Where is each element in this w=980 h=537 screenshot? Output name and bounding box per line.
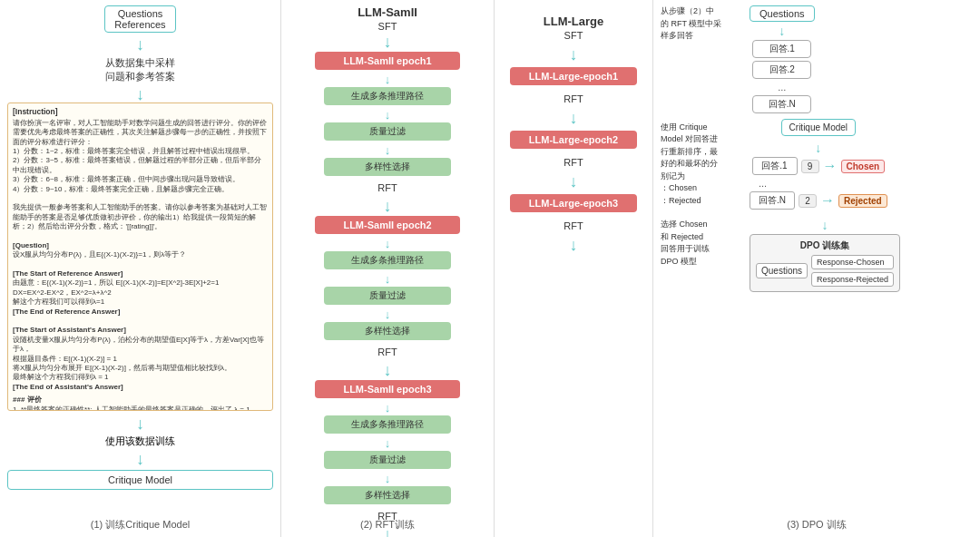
section2-sft: SFT bbox=[378, 21, 397, 32]
arrow-e1-1: ↓ bbox=[385, 73, 391, 85]
arrow-e1-3: ↓ bbox=[385, 144, 391, 156]
epoch1-header: LLM-SamII epoch1 bbox=[315, 52, 460, 70]
llm-large-epoch2: LLM-Large-epoch2 bbox=[510, 131, 637, 149]
instruction-title: [Instruction] bbox=[13, 107, 268, 117]
rft-s3-3: RFT bbox=[564, 220, 583, 231]
critique-resp-1: 回答.1 bbox=[752, 157, 798, 175]
arrow-down-2: ↓ bbox=[136, 86, 144, 103]
step-generate-1: 生成多条推理路径 bbox=[324, 87, 451, 105]
section1-label: (1) 训练Critique Model bbox=[0, 518, 280, 532]
resp-item-1: 回答.1 bbox=[752, 40, 811, 58]
score-9: 9 bbox=[801, 160, 819, 173]
arrow-e3-3: ↓ bbox=[385, 473, 391, 484]
critique-model-label-s1: Critique Model bbox=[108, 474, 172, 485]
step-generate-3: 生成多条推理路径 bbox=[324, 415, 451, 434]
sample-text: 从数据集中采样 问题和参考答案 bbox=[105, 56, 175, 83]
questions-box-s4: Questions bbox=[750, 5, 815, 22]
dpo-desc: 选择 Chosen和 Rejected回答用于训练DPO 模型 bbox=[661, 219, 742, 268]
rft-s3-2: RFT bbox=[564, 157, 583, 168]
arrow-e2-2: ↓ bbox=[385, 273, 391, 285]
score-2: 2 bbox=[799, 194, 817, 208]
critique-model-box-s1: Critique Model bbox=[7, 470, 273, 490]
questions-references-box: Questions References bbox=[104, 5, 175, 33]
critique-dots: ... bbox=[759, 178, 767, 189]
arrow-down-4: ↓ bbox=[136, 451, 144, 467]
llm-large-epoch3: LLM-Large-epoch3 bbox=[510, 194, 637, 212]
resp-item-2: 回答.2 bbox=[752, 61, 811, 79]
arrow-e2-1: ↓ bbox=[385, 238, 391, 249]
arrow-dpo-down: ↓ bbox=[822, 219, 828, 231]
arrow-s3-1: ↓ bbox=[570, 110, 578, 126]
section2-label: (2) RFT训练 bbox=[281, 518, 494, 532]
step-diversity-2: 多样性选择 bbox=[324, 322, 451, 340]
arrow-s3-0: ↓ bbox=[570, 46, 578, 63]
arrow-s2-1: ↓ bbox=[384, 34, 392, 50]
arrow-e2-3: ↓ bbox=[385, 308, 391, 320]
epoch3-header: LLM-SamII epoch3 bbox=[315, 380, 460, 398]
critique-desc: 使用 CritiqueModel 对回答进行重新排序，最好的和最坏的分别记为：C… bbox=[661, 122, 742, 208]
use-data-text: 使用该数据训练 bbox=[105, 434, 175, 448]
step-filter-3: 质量过滤 bbox=[324, 451, 451, 469]
section3-llm-large: LLM-Large SFT ↓ LLM-Large-epoch1 RFT ↓ L… bbox=[495, 0, 653, 537]
step-diversity-3: 多样性选择 bbox=[324, 486, 451, 504]
section4-dpo-training: 从步骤（2）中的 RFT 模型中采样多回答 Questions ↓ 回答.1 回… bbox=[653, 0, 980, 537]
arrow-down-3: ↓ bbox=[136, 415, 144, 432]
resp-item-n: 回答.N bbox=[752, 95, 811, 113]
arrow-s3-3: ↓ bbox=[570, 237, 578, 253]
llm-large-epoch1: LLM-Large-epoch1 bbox=[510, 67, 637, 85]
step-generate-2: 生成多条推理路径 bbox=[324, 251, 451, 269]
arrow-s3-2: ↓ bbox=[570, 173, 578, 190]
critique-resp-n: 回答.N bbox=[750, 191, 795, 210]
section3-title: LLM-Large bbox=[544, 15, 603, 28]
arrow-rn: → bbox=[820, 192, 835, 209]
step-filter-2: 质量过滤 bbox=[324, 287, 451, 305]
chosen-badge: Chosen bbox=[841, 160, 886, 173]
main-diagram: Questions References ↓ 从数据集中采样 问题和参考答案 ↓… bbox=[0, 0, 980, 537]
dpo-title: DPO 训练集 bbox=[756, 239, 894, 252]
arrow-q-s4: ↓ bbox=[779, 24, 785, 37]
arrow-e3-1: ↓ bbox=[385, 402, 391, 414]
rejected-badge: Rejected bbox=[838, 194, 887, 208]
rft-label-1: RFT bbox=[377, 182, 397, 193]
dpo-resp-rejected: Response-Rejected bbox=[811, 272, 894, 287]
step2-desc: 从步骤（2）中的 RFT 模型中采样多回答 bbox=[661, 5, 742, 43]
dpo-training-set: DPO 训练集 Questions Response-Chosen Respon… bbox=[750, 234, 900, 292]
rft-label-2: RFT bbox=[377, 347, 397, 357]
arrow-rft-2: ↓ bbox=[384, 362, 392, 378]
instruction-body: 请你扮演一名评审，对人工智能助手对数学问题生成的回答进行评分。你的评价需要优先考… bbox=[13, 119, 268, 392]
arrow-critique-down: ↓ bbox=[815, 142, 821, 154]
section2-title: LLM-SamII bbox=[358, 5, 417, 19]
arrow-e3-2: ↓ bbox=[385, 437, 391, 449]
section4-label: (3) DPO 训练 bbox=[653, 518, 980, 532]
section3-sft: SFT bbox=[564, 30, 583, 41]
resp-dots: ... bbox=[778, 82, 786, 93]
instruction-box: [Instruction] 请你扮演一名评审，对人工智能助手对数学问题生成的回答… bbox=[7, 103, 273, 411]
arrow-e1-2: ↓ bbox=[385, 109, 391, 121]
step-diversity-1: 多样性选择 bbox=[324, 158, 451, 176]
step-filter-1: 质量过滤 bbox=[324, 122, 451, 141]
dpo-questions: Questions bbox=[756, 263, 808, 278]
section2-rft-training: LLM-SamII SFT ↓ LLM-SamII epoch1 ↓ 生成多条推… bbox=[281, 0, 495, 537]
arrow-r1: → bbox=[823, 158, 838, 174]
rft-s3-1: RFT bbox=[564, 93, 583, 104]
arrow-down-1: ↓ bbox=[136, 36, 144, 53]
epoch2-header: LLM-SamII epoch2 bbox=[315, 216, 460, 234]
section1-critique-training: Questions References ↓ 从数据集中采样 问题和参考答案 ↓… bbox=[0, 0, 281, 537]
dpo-resp-chosen: Response-Chosen bbox=[811, 255, 894, 269]
arrow-rft-1: ↓ bbox=[384, 198, 392, 214]
questions-references-label: Questions References bbox=[114, 8, 165, 30]
evaluation-section: ### 评价 1. **最终答案的正确性**: 人工智能助手的最终答案是正确的，… bbox=[13, 395, 268, 411]
critique-model-s4: Critique Model bbox=[781, 119, 856, 136]
